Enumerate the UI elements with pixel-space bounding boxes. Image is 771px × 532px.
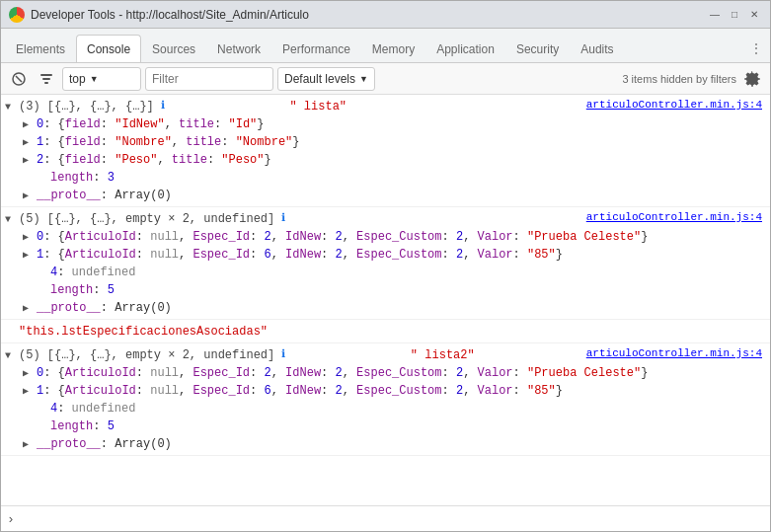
- tab-more-button[interactable]: ⋮: [742, 35, 770, 62]
- object-preview: (3) [{…}, {…}, {…}]: [19, 98, 161, 115]
- console-entry: articuloController.min.js:4 (5) [{…}, {……: [1, 207, 770, 320]
- window-title: Developer Tools - http://localhost/Site_…: [31, 8, 701, 22]
- tab-elements[interactable]: Elements: [5, 35, 76, 62]
- title-bar: Developer Tools - http://localhost/Site_…: [1, 1, 770, 29]
- level-selector[interactable]: Default levels ▼: [277, 67, 375, 91]
- proto-prop: __proto__: Array(0): [19, 435, 770, 453]
- length-prop: length: 3: [19, 169, 770, 187]
- tab-network[interactable]: Network: [206, 35, 271, 62]
- expanded-content: 0: {ArticuloId: null, Espec_Id: 2, IdNew…: [1, 228, 770, 317]
- string-value: "this.lstEspecificacionesAsociadas": [19, 323, 268, 341]
- info-icon: ℹ: [161, 98, 165, 114]
- console-output: articuloController.min.js:4 (3) [{…}, {……: [1, 95, 770, 505]
- item-expand[interactable]: [23, 153, 37, 168]
- svg-rect-2: [40, 74, 52, 76]
- array-item-4: 4: undefined: [19, 400, 770, 418]
- svg-rect-4: [44, 82, 48, 84]
- context-selector[interactable]: top ▼: [62, 67, 141, 91]
- object-preview: (5) [{…}, {…}, empty × 2, undefined]: [19, 210, 281, 228]
- length-prop: length: 5: [19, 281, 770, 299]
- close-button[interactable]: ✕: [746, 7, 762, 23]
- source-link[interactable]: articuloController.min.js:4: [586, 97, 762, 114]
- source-link[interactable]: articuloController.min.js:4: [586, 345, 762, 362]
- console-toolbar: top ▼ Default levels ▼ 3 items hidden by…: [1, 63, 770, 95]
- filter-icon: [39, 72, 53, 86]
- tab-application[interactable]: Application: [425, 35, 505, 62]
- tab-performance[interactable]: Performance: [271, 35, 361, 62]
- entry-main-line: "this.lstEspecificacionesAsociadas": [1, 323, 770, 341]
- tab-sources[interactable]: Sources: [141, 35, 206, 62]
- info-icon: ℹ: [281, 346, 285, 363]
- array-item-0: 0: {field: "IdNew", title: "Id"}: [19, 115, 770, 133]
- proto-prop: __proto__: Array(0): [19, 299, 770, 317]
- length-prop: length: 5: [19, 418, 770, 435]
- console-entry: articuloController.min.js:4 (5) [{…}, {……: [1, 343, 770, 456]
- proto-expand[interactable]: [23, 189, 37, 203]
- filter-button[interactable]: [35, 67, 58, 91]
- gear-icon: [744, 71, 760, 87]
- console-input[interactable]: [19, 513, 764, 527]
- hidden-items-count: 3 items hidden by filters: [622, 73, 736, 85]
- expand-arrow[interactable]: [5, 100, 19, 114]
- item-expand[interactable]: [23, 117, 37, 132]
- clear-console-button[interactable]: [7, 67, 31, 91]
- item-expand[interactable]: [23, 366, 37, 381]
- settings-button[interactable]: [740, 67, 764, 91]
- tab-memory[interactable]: Memory: [361, 35, 425, 62]
- level-value: Default levels: [284, 72, 355, 86]
- console-input-bar: ›: [1, 505, 770, 532]
- array-item-0: 0: {ArticuloId: null, Espec_Id: 2, IdNew…: [19, 364, 770, 382]
- level-dropdown-arrow: ▼: [359, 74, 368, 84]
- context-dropdown-arrow: ▼: [90, 74, 99, 84]
- array-item-4: 4: undefined: [19, 264, 770, 281]
- array-item-1: 1: {ArticuloId: null, Espec_Id: 6, IdNew…: [19, 246, 770, 264]
- svg-rect-3: [42, 78, 50, 80]
- array-item-0: 0: {ArticuloId: null, Espec_Id: 2, IdNew…: [19, 228, 770, 246]
- minimize-button[interactable]: —: [707, 7, 723, 23]
- svg-line-1: [16, 76, 22, 82]
- item-expand[interactable]: [23, 135, 37, 150]
- proto-expand[interactable]: [23, 437, 37, 452]
- string-label: " lista2": [289, 346, 474, 364]
- context-value: top: [69, 72, 86, 86]
- filter-input[interactable]: [145, 67, 273, 91]
- tab-security[interactable]: Security: [505, 35, 570, 62]
- clear-icon: [12, 72, 26, 86]
- expanded-content: 0: {field: "IdNew", title: "Id"} 1: {fie…: [1, 115, 770, 204]
- window-controls: — □ ✕: [707, 7, 762, 23]
- tab-bar: Elements Console Sources Network Perform…: [1, 29, 770, 63]
- array-item-1: 1: {field: "Nombre", title: "Nombre"}: [19, 133, 770, 151]
- array-item-2: 2: {field: "Peso", title: "Peso"}: [19, 151, 770, 169]
- restore-button[interactable]: □: [727, 7, 742, 23]
- item-expand[interactable]: [23, 384, 37, 399]
- info-icon: ℹ: [281, 210, 285, 227]
- prompt-icon: ›: [7, 512, 15, 527]
- console-entry-string: "this.lstEspecificacionesAsociadas": [1, 320, 770, 343]
- console-entry: articuloController.min.js:4 (3) [{…}, {……: [1, 95, 770, 207]
- object-preview: (5) [{…}, {…}, empty × 2, undefined]: [19, 346, 281, 364]
- proto-prop: __proto__: Array(0): [19, 187, 770, 204]
- chrome-icon: [9, 7, 25, 23]
- source-link[interactable]: articuloController.min.js:4: [586, 209, 762, 226]
- tab-audits[interactable]: Audits: [570, 35, 624, 62]
- expand-arrow[interactable]: [5, 348, 19, 363]
- tab-console[interactable]: Console: [76, 35, 141, 62]
- expanded-content: 0: {ArticuloId: null, Espec_Id: 2, IdNew…: [1, 364, 770, 453]
- item-expand[interactable]: [23, 248, 37, 263]
- item-expand[interactable]: [23, 230, 37, 245]
- proto-expand[interactable]: [23, 301, 37, 316]
- expand-arrow[interactable]: [5, 212, 19, 227]
- array-item-1: 1: {ArticuloId: null, Espec_Id: 6, IdNew…: [19, 382, 770, 400]
- string-label: " lista": [169, 98, 347, 115]
